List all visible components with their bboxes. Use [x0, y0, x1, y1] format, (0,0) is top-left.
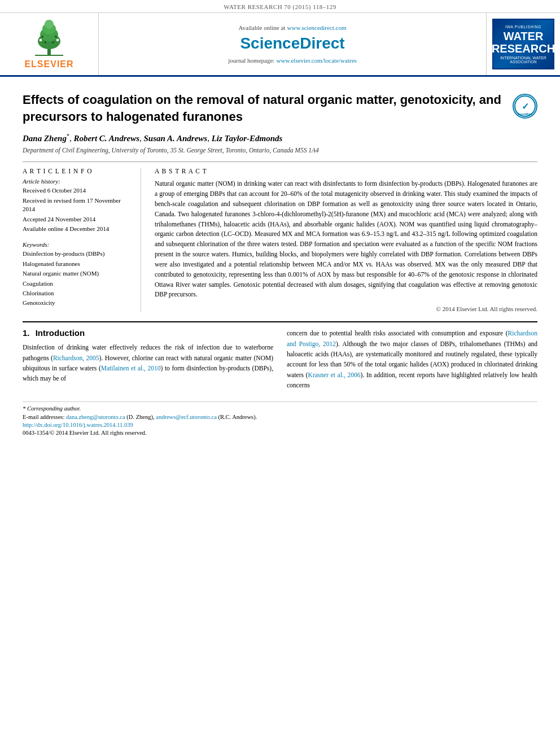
- intro-heading: 1. Introduction: [23, 328, 273, 338]
- crossmark-icon: ✓ CrossMark: [513, 94, 537, 119]
- divider-after-authors: [23, 161, 537, 162]
- keyword-chlorination: Chlorination: [23, 289, 132, 298]
- paper-title-row: Effects of coagulation on the removal of…: [23, 91, 537, 125]
- history-revised: Received in revised form 17 November 201…: [23, 196, 132, 214]
- water-research-logo-box: IWA PUBLISHING WATERRESEARCH INTERNATION…: [487, 13, 560, 75]
- intro-section-label: Introduction: [36, 328, 85, 338]
- history-available: Available online 4 December 2014: [23, 225, 132, 233]
- author-susan-andrews: Susan A. Andrews: [144, 134, 208, 143]
- intro-left-text: Disinfection of drinking water effective…: [23, 342, 273, 384]
- author-robert-andrews: Robert C. Andrews: [73, 134, 139, 143]
- corresponding-note: * Corresponding author.: [23, 405, 537, 412]
- sciencedirect-logo: ScienceDirect: [240, 34, 344, 53]
- svg-point-9: [55, 36, 57, 38]
- history-label: Article history:: [23, 178, 132, 185]
- sciencedirect-url-link[interactable]: www.sciencedirect.com: [287, 24, 347, 31]
- keyword-furanones: Halogenated furanones: [23, 260, 132, 268]
- wr-logo-sub-text: INTERNATIONAL WATER ASSOCIATION: [493, 56, 553, 64]
- history-received: Received 6 October 2014: [23, 186, 132, 195]
- elsevier-tree-icon: [24, 19, 75, 58]
- keyword-nom: Natural organic matter (NOM): [23, 269, 132, 278]
- email-andrews-link[interactable]: andrews@ecf.utoronto.ca: [156, 414, 217, 420]
- ref-matilainen-2010[interactable]: Matilainen et al., 2010: [101, 365, 161, 372]
- article-info-heading: A R T I C L E I N F O: [23, 168, 132, 174]
- keyword-dbps: Disinfection by-products (DBPs): [23, 250, 132, 258]
- journal-homepage-link[interactable]: www.elsevier.com/locate/watres: [277, 57, 357, 64]
- history-accepted: Accepted 24 November 2014: [23, 215, 132, 224]
- authors-line: Dana Zheng*, Robert C. Andrews, Susan A.…: [23, 133, 537, 143]
- article-info-column: A R T I C L E I N F O Article history: R…: [23, 168, 141, 312]
- email-zheng-link[interactable]: dana.zheng@utoronto.ca: [66, 414, 125, 420]
- ref-krasner-2006[interactable]: Krasner et al., 2006: [308, 372, 361, 378]
- ref-richardson-2005[interactable]: Richardson, 2005: [53, 355, 99, 361]
- journal-homepage-line: journal homepage: www.elsevier.com/locat…: [228, 56, 357, 65]
- elsevier-logo-box: ELSEVIER: [0, 13, 99, 75]
- thick-divider: [23, 321, 537, 322]
- intro-right-text: concern due to potential health risks as…: [287, 328, 537, 390]
- svg-text:CrossMark: CrossMark: [518, 112, 532, 116]
- email-zheng-name: (D. Zheng),: [126, 414, 154, 420]
- issn-line: 0043-1354/© 2014 Elsevier Ltd. All right…: [23, 430, 537, 436]
- keyword-coagulation: Coagulation: [23, 279, 132, 288]
- author-liz-taylor: Liz Taylor-Edmonds: [212, 134, 283, 143]
- svg-point-5: [45, 20, 54, 29]
- keywords-section: Keywords: Disinfection by-products (DBPs…: [23, 241, 132, 307]
- corresponding-asterisk: *: [67, 133, 69, 139]
- journal-header-bar: WATER RESEARCH 70 (2015) 118–129: [0, 0, 560, 13]
- paper-title: Effects of coagulation on the removal of…: [23, 91, 504, 125]
- intro-left-column: 1. Introduction Disinfection of drinking…: [23, 328, 273, 390]
- email-andrews-name: (R.C. Andrews).: [218, 414, 257, 420]
- elsevier-wordmark: ELSEVIER: [24, 59, 73, 69]
- branding-row: ELSEVIER Available online at www.science…: [0, 13, 560, 77]
- svg-point-10: [39, 38, 42, 42]
- doi-link[interactable]: http://dx.doi.org/10.1016/j.watres.2014.…: [23, 422, 133, 428]
- ref-richardson-postigo-2012[interactable]: Richardson and Postigo, 2012: [287, 330, 537, 347]
- intro-section-number: 1.: [23, 328, 30, 338]
- author-dana-zheng: Dana Zheng: [23, 134, 67, 143]
- email-label: E-mail addresses:: [23, 414, 64, 420]
- article-body: A R T I C L E I N F O Article history: R…: [23, 168, 537, 312]
- keywords-label: Keywords:: [23, 241, 132, 248]
- svg-point-6: [44, 41, 46, 43]
- copyright-line: © 2014 Elsevier Ltd. All rights reserved…: [155, 305, 537, 312]
- abstract-heading: A B S T R A C T: [155, 168, 537, 174]
- keyword-genotoxicity: Genotoxicity: [23, 299, 132, 307]
- journal-header-text: WATER RESEARCH 70 (2015) 118–129: [224, 3, 336, 10]
- svg-point-11: [56, 38, 59, 42]
- abstract-column: A B S T R A C T Natural organic matter (…: [155, 168, 537, 312]
- introduction-section: 1. Introduction Disinfection of drinking…: [23, 328, 537, 390]
- water-research-logo: IWA PUBLISHING WATERRESEARCH INTERNATION…: [492, 19, 554, 69]
- affiliation-line: Department of Civil Engineering, Univers…: [23, 147, 537, 154]
- crossmark-badge: ✓ CrossMark: [513, 94, 537, 119]
- available-online-label: Available online at www.sciencedirect.co…: [238, 23, 346, 32]
- svg-point-7: [52, 41, 54, 43]
- intro-right-column: concern due to potential health risks as…: [287, 328, 537, 390]
- email-line: E-mail addresses: dana.zheng@utoronto.ca…: [23, 414, 537, 420]
- svg-text:✓: ✓: [522, 102, 529, 111]
- abstract-text: Natural organic matter (NOM) in drinking…: [155, 179, 537, 300]
- doi-line: http://dx.doi.org/10.1016/j.watres.2014.…: [23, 422, 537, 428]
- center-branding: Available online at www.sciencedirect.co…: [99, 13, 487, 75]
- wr-logo-main-text: WATERRESEARCH: [492, 30, 555, 55]
- footer-notes: * Corresponding author. E-mail addresses…: [23, 401, 537, 436]
- wr-logo-top-text: IWA PUBLISHING: [505, 25, 541, 29]
- page-wrapper: WATER RESEARCH 70 (2015) 118–129: [0, 0, 560, 447]
- main-content: Effects of coagulation on the removal of…: [0, 77, 560, 447]
- svg-point-8: [41, 36, 43, 38]
